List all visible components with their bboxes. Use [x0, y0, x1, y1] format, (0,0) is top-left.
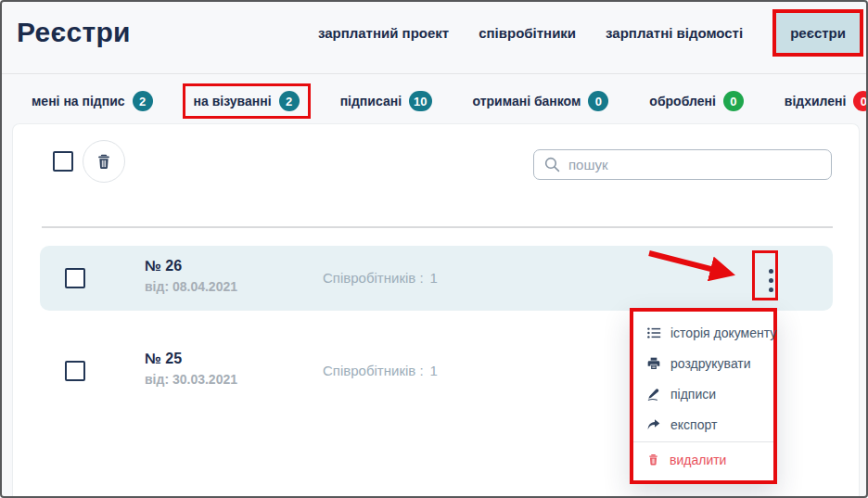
registry-date: від: 08.04.2021 [145, 279, 237, 294]
tab-label: підписані [340, 94, 402, 109]
tab-label: мені на підпис [32, 94, 125, 109]
registry-row-26[interactable]: № 26 від: 08.04.2021 Співробітників :1 [40, 246, 833, 311]
tab-processed[interactable]: оброблені 0 [638, 83, 754, 119]
menu-item-document-history[interactable]: історія документу [646, 318, 773, 349]
employees-value: 1 [430, 270, 438, 286]
kebab-dot [769, 278, 773, 283]
export-icon [646, 417, 661, 432]
employees-count: Співробітників :1 [323, 363, 438, 378]
bulk-delete-button[interactable] [83, 140, 125, 183]
tab-count-badge: 0 [723, 91, 744, 111]
tab-rejected[interactable]: відхилені 0 [773, 83, 868, 119]
kebab-dot [769, 269, 773, 274]
app-window: Реєстри зарплатний проект співробітники … [0, 0, 868, 498]
list-divider [42, 226, 833, 228]
tab-received-by-bank[interactable]: отримані банком 0 [462, 83, 620, 119]
tab-count-badge: 2 [279, 91, 300, 111]
menu-item-signatures[interactable]: підписи [646, 379, 773, 410]
menu-item-label: роздрукувати [670, 356, 751, 371]
date-value: 08.04.2021 [172, 279, 237, 294]
tab-count-badge: 2 [133, 91, 153, 111]
date-value: 30.03.2021 [172, 372, 237, 387]
printer-icon [646, 356, 661, 371]
tab-for-my-signature[interactable]: мені на підпис 2 [20, 83, 164, 119]
menu-item-print[interactable]: роздрукувати [646, 349, 773, 379]
search-icon [543, 156, 561, 173]
trash-icon [646, 453, 660, 466]
employees-count: Співробітників :1 [323, 270, 438, 286]
tab-label: відхилені [785, 94, 847, 109]
nav-item-salary-statements[interactable]: зарплатні відомості [606, 25, 743, 41]
header-divider [2, 73, 866, 74]
menu-item-label: історія документу [670, 326, 776, 340]
nav-item-registries-active[interactable]: реєстри [772, 9, 863, 57]
employees-value: 1 [430, 363, 438, 378]
employees-label: Співробітників : [323, 270, 424, 286]
date-label: від: [145, 372, 169, 387]
employees-label: Співробітників : [323, 363, 424, 378]
kebab-dot [769, 287, 773, 292]
date-label: від: [145, 279, 169, 294]
menu-item-delete[interactable]: видалити [646, 444, 773, 475]
select-all-checkbox[interactable] [53, 151, 73, 172]
search-input[interactable] [568, 157, 822, 172]
nav-item-salary-project[interactable]: зарплатний проект [318, 25, 449, 41]
tab-count-badge: 0 [588, 91, 608, 111]
tab-for-approval[interactable]: на візуванні 2 [183, 83, 311, 119]
row-context-menu: історія документу роздрукувати [630, 308, 777, 484]
menu-item-label: підписи [670, 387, 716, 402]
nav-item-employees[interactable]: співробітники [479, 25, 576, 41]
list-icon [646, 326, 661, 340]
tab-label: оброблені [649, 94, 715, 109]
menu-item-label: експорт [670, 417, 717, 432]
row-checkbox[interactable] [65, 361, 85, 381]
search-box [533, 149, 832, 180]
top-nav: зарплатний проект співробітники зарплатн… [318, 7, 863, 57]
tab-signed[interactable]: підписані 10 [329, 83, 443, 119]
filter-tabs: мені на підпис 2 на візуванні 2 підписан… [20, 83, 868, 119]
menu-item-label: видалити [670, 453, 726, 467]
menu-divider [633, 441, 773, 442]
tab-count-badge: 0 [853, 91, 868, 111]
menu-item-export[interactable]: експорт [646, 409, 773, 440]
tab-label: на візуванні [194, 94, 272, 109]
registry-number: № 25 [145, 351, 182, 367]
registry-date: від: 30.03.2021 [145, 372, 237, 387]
row-checkbox[interactable] [65, 268, 85, 288]
row-actions-menu-button[interactable] [755, 262, 786, 298]
page-title: Реєстри [17, 17, 131, 48]
tab-label: отримані банком [473, 94, 581, 109]
pen-icon [646, 387, 661, 402]
tab-count-badge: 10 [409, 91, 431, 111]
trash-icon [95, 152, 113, 171]
registry-number: № 26 [145, 258, 182, 275]
